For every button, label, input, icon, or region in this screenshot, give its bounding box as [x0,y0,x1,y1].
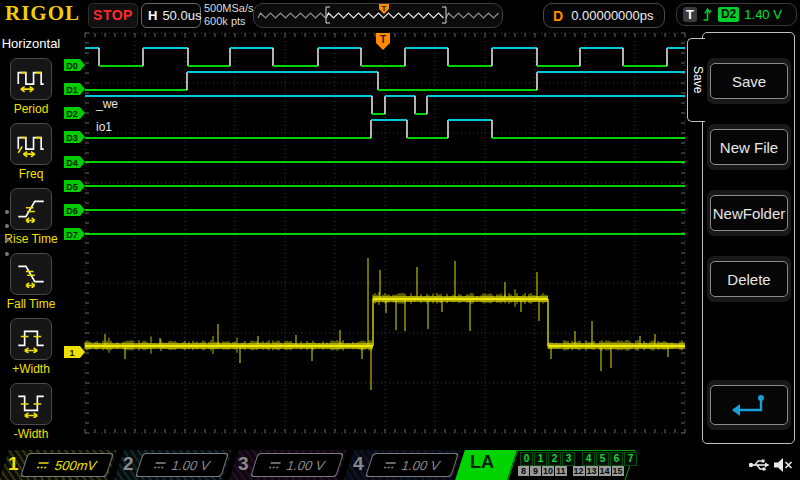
la-bit-7: 7 [624,452,637,466]
la-bit-5: 5 [596,452,609,466]
trigger-source-badge: D2 [718,7,739,22]
la-bit-8: 8 [518,466,529,476]
bus-annotation: io1 [96,120,112,134]
h-label: H [148,8,157,23]
plus-width-icon [15,325,47,353]
oscilloscope-screen: RIGOL STOP H 50.0us 500MSa/s 600k pts T … [0,0,800,480]
la-bit-6: 6 [610,452,623,466]
period-icon [15,65,47,93]
menu-item-freq[interactable]: Freq [0,123,62,181]
la-bit-13: 13 [586,466,598,476]
channel1-scale: 500mV [53,458,99,473]
svg-text:T: T [382,4,387,13]
left-menu-title: Horizontal [0,36,62,51]
rise-time-icon [15,195,47,223]
la-status[interactable]: LA 01234567 89101112131415 [460,450,630,480]
usb-icon [748,456,770,474]
menu-item-minus-width[interactable]: -Width [0,383,62,441]
top-status-bar: RIGOL STOP H 50.0us 500MSa/s 600k pts T … [0,0,800,31]
softkey-delete-group: Delete [707,256,791,302]
menu-item-label: Period [0,102,62,116]
bottom-status-bar: 1 500mV 2 1.0 [0,450,800,480]
menu-item-label: Rise Time [0,232,62,246]
la-bit-1: 1 [534,452,547,466]
la-bit-14: 14 [599,466,611,476]
svg-text:D1: D1 [66,85,78,95]
svg-text:D6: D6 [66,206,78,216]
delay-readout[interactable]: D 0.00000000ps [543,3,665,28]
svg-text:D0: D0 [66,61,78,71]
trigger-readout[interactable]: T D2 1.40 V [676,3,797,26]
channel2-status[interactable]: 2 1.00 V [115,450,230,480]
memory-depth: 600k pts [204,15,254,28]
freq-icon [15,130,47,158]
speaker-muted-icon [772,456,794,474]
timebase-value: 50.0us [162,8,201,23]
trigger-label: T [683,7,697,22]
menu-item-label: Freq [0,167,62,181]
channel1-status[interactable]: 1 500mV [0,450,115,480]
channel3-status[interactable]: 3 1.00 V [230,450,345,480]
return-arrow-icon [721,390,777,420]
delay-label: D [553,8,563,24]
svg-text:D2: D2 [66,109,78,119]
la-digital-row-active: 01234567 [520,452,637,466]
sample-rate: 500MSa/s [204,2,254,15]
trigger-level-value: 1.40 V [744,7,782,22]
menu-item-rise-time[interactable]: Rise Time [0,188,62,246]
delete-button[interactable]: Delete [710,261,788,297]
fall-time-icon [15,260,47,288]
rigol-logo: RIGOL [5,1,80,26]
horizontal-timebase-readout[interactable]: H 50.0us [141,3,201,28]
sample-rate-readout: 500MSa/s 600k pts [204,2,254,28]
dc-coupling-icon [383,461,398,470]
svg-text:T: T [380,34,386,45]
waveform-position-preview[interactable]: T [253,3,503,28]
channel4-status[interactable]: 4 1.00 V [345,450,460,480]
la-bit-10: 10 [542,466,554,476]
minus-width-icon [15,390,47,418]
menu-scroll-dots [5,200,9,266]
svg-text:D7: D7 [66,230,78,240]
svg-text:D3: D3 [66,133,78,143]
softkey-save-group: Save [707,58,791,104]
dc-coupling-icon [36,461,51,470]
la-bit-15: 15 [612,466,624,476]
menu-item-label: +Width [0,362,62,376]
channel2-number: 2 [123,453,134,475]
save-button[interactable]: Save [710,63,788,99]
svg-text:1: 1 [69,348,74,358]
waveform-display-area[interactable]: D0D1D2D3D4D5D6D7_weio11T [63,30,687,434]
channel1-number: 1 [8,453,19,475]
soft-menu-tab: Save [687,38,705,122]
channel3-scale: 1.00 V [285,458,327,473]
right-soft-menu: Save Save New File NewFolder Delete [687,30,800,450]
new-folder-button[interactable]: NewFolder [710,195,788,231]
bus-annotation: _we [95,97,118,111]
la-bit-11: 11 [555,466,567,476]
svg-text:D5: D5 [66,182,78,192]
la-bit-9: 9 [530,466,541,476]
waveform-plot: D0D1D2D3D4D5D6D7_weio11T [63,30,687,434]
dc-coupling-icon [268,461,283,470]
channel3-number: 3 [238,453,249,475]
enter-button[interactable] [710,385,788,425]
menu-item-period[interactable]: Period [0,58,62,116]
dc-coupling-icon [153,461,168,470]
softkey-newfile-group: New File [707,124,791,170]
la-bit-4: 4 [582,452,595,466]
menu-item-plus-width[interactable]: +Width [0,318,62,376]
preview-waveform: T [254,4,500,25]
la-bit-12: 12 [573,466,585,476]
svg-text:D4: D4 [66,158,78,168]
channel4-number: 4 [353,453,364,475]
menu-item-label: -Width [0,427,62,441]
menu-item-fall-time[interactable]: Fall Time [0,253,62,311]
la-bit-3: 3 [562,452,575,466]
softkey-enter-group [707,380,791,430]
channel4-scale: 1.00 V [400,458,442,473]
la-digital-row-inactive: 89101112131415 [518,466,624,476]
run-state-badge[interactable]: STOP [88,3,138,28]
left-function-menu: Horizontal Period Freq [0,30,62,450]
new-file-button[interactable]: New File [710,129,788,165]
